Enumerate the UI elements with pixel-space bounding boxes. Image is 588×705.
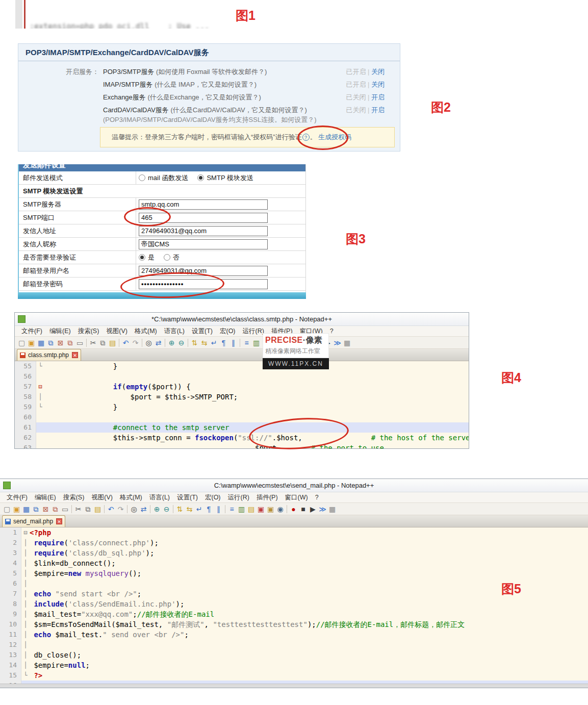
show-all-chars-icon[interactable]: ¶ (204, 505, 214, 514)
print-icon[interactable]: ▭ (60, 505, 70, 514)
menu-item[interactable]: 格式(M) (131, 327, 161, 336)
menu-item[interactable]: 文件(F) (3, 493, 31, 502)
menu-item[interactable]: 宏(O) (216, 327, 239, 336)
file-monitor-icon[interactable]: ▣ (256, 505, 266, 514)
menu-item[interactable]: 语言(L) (146, 493, 173, 502)
open-file-icon[interactable]: ▣ (27, 338, 36, 347)
menu-item[interactable]: 视图(V) (88, 493, 116, 502)
menu-item[interactable]: 设置(T) (188, 327, 216, 336)
menu-item[interactable]: 文件(F) (18, 327, 46, 336)
need-auth-radio-group[interactable] (164, 254, 170, 261)
zoom-in-icon[interactable]: ⊕ (167, 338, 176, 347)
menu-item[interactable]: 搜索(S) (60, 493, 88, 502)
close-all-icon[interactable]: ⧉ (65, 338, 75, 347)
tab-close-icon[interactable]: ✕ (72, 352, 78, 358)
need-auth-radio-group[interactable] (139, 254, 145, 261)
zoom-in-icon[interactable]: ⊕ (152, 505, 162, 514)
smtp-server-input[interactable] (139, 199, 268, 210)
menu-item[interactable]: ? (312, 494, 322, 501)
horizontal-scrollbar[interactable] (0, 684, 588, 688)
macro-save-icon[interactable]: ▦ (342, 338, 352, 347)
macro-play-icon[interactable]: ▶ (308, 505, 318, 514)
menu-item[interactable]: 运行(R) (224, 493, 253, 502)
window-titlebar[interactable]: C:\wamp\www\ecmstest\e\send_mail.php - N… (0, 479, 588, 492)
redo-icon[interactable]: ↷ (131, 338, 140, 347)
zoom-out-icon[interactable]: ⊖ (162, 505, 171, 514)
smtp-port-input[interactable] (139, 213, 268, 223)
menu-item[interactable]: 编辑(E) (31, 493, 60, 502)
tab-close-icon[interactable]: ✕ (56, 518, 62, 524)
redo-icon[interactable]: ↷ (116, 505, 125, 514)
tab-send-mail-php[interactable]: send_mail.php ✕ (2, 515, 65, 527)
undo-icon[interactable]: ↶ (106, 505, 116, 514)
cut-icon[interactable]: ✂ (73, 505, 83, 514)
find-icon[interactable]: ◎ (129, 505, 139, 514)
save-all-icon[interactable]: ⧉ (46, 338, 56, 347)
macro-save-icon[interactable]: ▦ (327, 505, 337, 514)
smtp-module-radio[interactable] (197, 174, 204, 181)
menu-item[interactable]: 搜索(S) (74, 327, 103, 336)
sync-scroll-v-icon[interactable]: ⇅ (190, 338, 199, 347)
show-all-chars-icon[interactable]: ¶ (219, 338, 228, 347)
menu-item[interactable]: 视图(V) (103, 327, 131, 336)
fold-marker[interactable]: ⊟ (36, 382, 44, 392)
replace-icon[interactable]: ⇄ (139, 505, 148, 514)
sync-scroll-v-icon[interactable]: ⇅ (175, 505, 185, 514)
sender-nickname-input[interactable] (139, 239, 268, 249)
word-wrap-icon[interactable]: ↵ (194, 505, 204, 514)
save-all-icon[interactable]: ⧉ (31, 505, 41, 514)
doc-switcher-icon[interactable]: ▤ (246, 505, 256, 514)
function-list-icon[interactable]: ≡ (242, 338, 251, 347)
indent-guide-icon[interactable]: ∥ (214, 505, 223, 514)
print-icon[interactable]: ▭ (75, 338, 85, 347)
open-service-link[interactable]: 开启 (371, 93, 385, 101)
macro-run-multiple-icon[interactable]: ≫ (333, 338, 342, 347)
sync-scroll-h-icon[interactable]: ⇆ (199, 338, 209, 347)
close-service-link[interactable]: 关闭 (371, 81, 385, 88)
copy-icon[interactable]: ⧉ (98, 338, 108, 347)
close-service-link[interactable]: 关闭 (371, 68, 385, 75)
menu-item[interactable]: 窗口(W) (282, 493, 312, 502)
paste-icon[interactable]: ▤ (93, 505, 103, 514)
mail-function-radio[interactable] (139, 174, 145, 181)
doc-map-icon[interactable]: ▥ (237, 505, 246, 514)
copy-icon[interactable]: ⧉ (83, 505, 93, 514)
cut-icon[interactable]: ✂ (88, 338, 98, 347)
indent-guide-icon[interactable]: ∥ (228, 338, 238, 347)
menu-item[interactable]: 编辑(E) (46, 327, 74, 336)
close-file-icon[interactable]: ⊠ (41, 505, 50, 514)
code-editor[interactable]: 55└ }5657⊟ if(empty($port)) {58│ $port =… (15, 361, 469, 448)
menu-item[interactable]: 格式(M) (116, 493, 146, 502)
save-icon[interactable]: ▦ (21, 505, 31, 514)
mailbox-username-input[interactable] (139, 266, 268, 276)
find-icon[interactable]: ◎ (144, 338, 154, 347)
help-icon[interactable]: ？ (302, 134, 310, 141)
tab-class-smtp-php[interactable]: class.smtp.php ✕ (17, 349, 81, 361)
mailbox-password-input[interactable] (139, 279, 268, 289)
menu-item[interactable]: 语言(L) (161, 327, 188, 336)
word-wrap-icon[interactable]: ↵ (209, 338, 219, 347)
macro-run-multiple-icon[interactable]: ≫ (318, 505, 327, 514)
new-file-icon[interactable]: ▢ (17, 338, 27, 347)
doc-map-icon[interactable]: ▥ (251, 338, 261, 347)
undo-icon[interactable]: ↶ (121, 338, 131, 347)
fold-marker[interactable]: ⊟ (21, 527, 30, 538)
paste-icon[interactable]: ▤ (108, 338, 117, 347)
function-list-icon[interactable]: ≡ (227, 505, 237, 514)
open-file-icon[interactable]: ▣ (12, 505, 21, 514)
sync-scroll-h-icon[interactable]: ⇆ (185, 505, 194, 514)
view-eye-icon[interactable]: ◉ (275, 505, 285, 514)
macro-record-icon[interactable]: ● (289, 505, 298, 514)
window-titlebar[interactable]: *C:\wamp\www\ecmstest\e\class\class.smtp… (15, 313, 469, 326)
macro-stop-icon[interactable]: ■ (298, 505, 308, 514)
save-icon[interactable]: ▦ (36, 338, 46, 347)
generate-auth-code-link[interactable]: 生成授权码 (318, 133, 351, 142)
new-file-icon[interactable]: ▢ (2, 505, 12, 514)
close-all-icon[interactable]: ⧉ (50, 505, 60, 514)
folder-workspace-icon[interactable]: ▣ (266, 505, 275, 514)
code-editor[interactable]: 1⊟<?php2│ require('class/connect.php');3… (0, 527, 588, 684)
menu-item[interactable]: 设置(T) (173, 493, 201, 502)
menu-item[interactable]: 插件(P) (253, 493, 282, 502)
replace-icon[interactable]: ⇄ (154, 338, 163, 347)
sender-address-input[interactable] (139, 226, 268, 236)
